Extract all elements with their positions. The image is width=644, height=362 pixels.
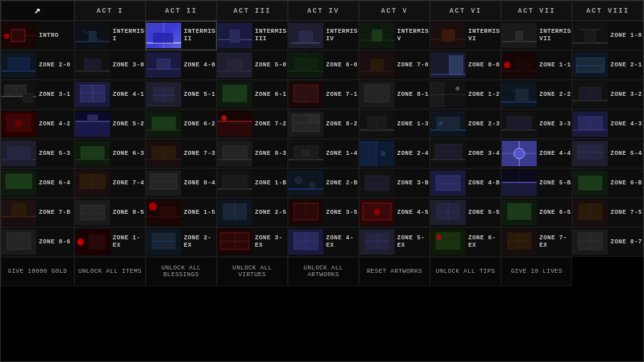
footer-give-gold[interactable]: GIVE 10000 GOLD: [1, 257, 74, 286]
zone-7b-act7[interactable]: ZONE 7-B: [1, 198, 74, 227]
zone-70-act7[interactable]: ZONE 7-0: [359, 50, 430, 80]
zone-55-act5[interactable]: ZONE 5-5: [430, 198, 501, 227]
zone-82-act8[interactable]: ZONE 8-2: [288, 109, 359, 139]
footer-unlock-items[interactable]: UNLOCK ALL ITEMS: [74, 257, 146, 286]
zone-45-act4[interactable]: ZONE 4-5: [359, 198, 430, 227]
zone-42-act4[interactable]: ZONE 4-2: [1, 109, 74, 139]
zone-60-act6[interactable]: ZONE 6-0: [288, 50, 359, 80]
zone-43-act4[interactable]: ZONE 4-3: [572, 109, 643, 139]
zone-85-act8[interactable]: ZONE 8-5: [74, 198, 146, 227]
zone-31-act3[interactable]: ZONE 3-1: [1, 80, 74, 109]
zone-71-act7[interactable]: ZONE 7-1: [288, 80, 359, 109]
act7-header: ACT VII: [501, 1, 572, 21]
svg-rect-20: [372, 29, 382, 42]
zone-13-act1[interactable]: ZONE 1-3: [359, 109, 430, 139]
zone-72-act7[interactable]: ZONE 7-2: [217, 109, 288, 139]
zone-intermission5-act6[interactable]: INTERMISSION V: [359, 21, 430, 50]
zone-24-act2[interactable]: ZONE 2-4: [359, 139, 430, 168]
zone-80-act8[interactable]: ZONE 8-0: [430, 50, 501, 80]
zone-83-act8[interactable]: ZONE 8-3: [217, 139, 288, 168]
zone-4b-act4[interactable]: ZONE 4-B: [430, 168, 501, 198]
zone-53-act5[interactable]: ZONE 5-3: [1, 139, 74, 168]
zone-3ex-act3[interactable]: ZONE 3-EX: [217, 227, 288, 257]
zone-33-act3[interactable]: ZONE 3-3: [501, 109, 572, 139]
zone-51-act5[interactable]: ZONE 5-1: [146, 80, 217, 109]
svg-rect-59: [515, 59, 532, 71]
zone-5ex-act5[interactable]: ZONE 5-EX: [359, 227, 430, 257]
zone-74-act7[interactable]: ZONE 7-4: [74, 168, 146, 198]
zone-22-act2[interactable]: ZONE 2-2: [501, 80, 572, 109]
svg-rect-127: [507, 117, 531, 130]
zone-34-act3[interactable]: ZONE 3-4: [430, 139, 501, 168]
zone-87-act8[interactable]: ZONE 8-7: [572, 227, 643, 257]
footer-reset-artworks[interactable]: RESET ARTWORKS: [359, 257, 430, 286]
svg-rect-14: [229, 29, 240, 43]
zone-10-act1[interactable]: ZONE 1-0: [572, 21, 643, 50]
zone-4ex-act4[interactable]: ZONE 4-EX: [288, 227, 359, 257]
zone-6ex-act6[interactable]: ZONE 6-EX: [430, 227, 501, 257]
zone-54-act5[interactable]: ZONE 5-4: [572, 139, 643, 168]
zone-30-act3[interactable]: ZONE 3-0: [74, 50, 146, 80]
zone-20-act2[interactable]: ZONE 2-0: [1, 50, 74, 80]
zone-40-act4[interactable]: ZONE 4-0: [146, 50, 217, 80]
zone-84-act8[interactable]: ZONE 8-4: [146, 168, 217, 198]
svg-rect-188: [365, 176, 389, 190]
zone-intermission6-act7[interactable]: INTERMISSION VI: [430, 21, 501, 50]
zone-75-act7[interactable]: ZONE 7-5: [572, 198, 643, 227]
svg-point-222: [374, 208, 380, 215]
svg-point-156: [380, 151, 386, 156]
zone-2ex-act2[interactable]: ZONE 2-EX: [146, 227, 217, 257]
zone-7ex-act7[interactable]: ZONE 7-EX: [501, 227, 572, 257]
zone-52-act5[interactable]: ZONE 5-2: [74, 109, 146, 139]
zone-35-act3[interactable]: ZONE 3-5: [288, 198, 359, 227]
footer-unlock-tips[interactable]: UNLOCK ALL TIPS: [430, 257, 501, 286]
zone-6b-act6[interactable]: ZONE 6-B: [572, 168, 643, 198]
zone-intermission3-act4[interactable]: INTERMISSION III: [217, 21, 288, 50]
zone-25-act2[interactable]: ZONE 2-5: [217, 198, 288, 227]
zone-32-act3[interactable]: ZONE 3-2: [572, 80, 643, 109]
zone-41-act4[interactable]: ZONE 4-1: [74, 80, 146, 109]
zone-81-act8[interactable]: ZONE 8-1: [359, 80, 430, 109]
zone-63-act6[interactable]: ZONE 6-3: [74, 139, 146, 168]
zone-intermission2-act3[interactable]: INTERMISSION II: [146, 21, 217, 50]
zone-86-act8[interactable]: ZONE 8-6: [1, 227, 74, 257]
zone-23-act2[interactable]: ZONE 2-3: [430, 109, 501, 139]
footer-unlock-artworks[interactable]: UNLOCK ALL ARTWORKS: [288, 257, 359, 286]
zone-21-act2[interactable]: ZONE 2-1: [572, 50, 643, 80]
svg-rect-182: [223, 176, 247, 189]
zone-2b-act2[interactable]: ZONE 2-B: [288, 168, 359, 198]
zone-15-act1[interactable]: ZONE 1-5: [146, 198, 217, 227]
svg-rect-178: [150, 174, 177, 189]
svg-rect-26: [515, 31, 523, 42]
zone-intermission1-act2[interactable]: INTERMISSION I: [74, 21, 146, 50]
zone-50-act5[interactable]: ZONE 5-0: [217, 50, 288, 80]
zone-65-act6[interactable]: ZONE 6-5: [501, 198, 572, 227]
zone-14-act1[interactable]: ZONE 1-4: [288, 139, 359, 168]
zone-5b-act5[interactable]: ZONE 5-B: [501, 168, 572, 198]
svg-point-88: [455, 86, 460, 90]
zone-3b-act3[interactable]: ZONE 3-B: [359, 168, 430, 198]
zone-73-act7[interactable]: ZONE 7-3: [146, 139, 217, 168]
svg-rect-195: [502, 182, 537, 196]
zone-intermission7-act8[interactable]: INTERMISSION VII: [501, 21, 572, 50]
footer-unlock-blessings[interactable]: UNLOCK ALL BLESSINGS: [146, 257, 217, 286]
footer-unlock-virtues[interactable]: UNLOCK ALL VIRTUES: [217, 257, 288, 286]
svg-point-3: [4, 34, 9, 39]
zone-11-act1[interactable]: ZONE 1-1: [501, 50, 572, 80]
svg-rect-2: [11, 29, 25, 42]
svg-rect-183: [288, 170, 323, 196]
footer-give-lives[interactable]: GIVE 10 LIVES: [501, 257, 572, 286]
zone-intermission4-act5[interactable]: INTERMISSION IV: [288, 21, 359, 50]
zone-12-act1[interactable]: ZONE 1-2: [430, 80, 501, 109]
zone-1ex-act1[interactable]: ZONE 1-EX: [74, 227, 146, 257]
zone-44-act4[interactable]: ZONE 4-4: [501, 139, 572, 168]
zone-intro-act1[interactable]: INTRO: [1, 21, 74, 50]
svg-point-238: [77, 239, 84, 245]
svg-rect-61: [576, 58, 604, 72]
zone-1b-act1[interactable]: ZONE 1-B: [217, 168, 288, 198]
zone-62-act6[interactable]: ZONE 6-2: [146, 109, 217, 139]
zone-61-act6[interactable]: ZONE 6-1: [217, 80, 288, 109]
svg-rect-92: [515, 88, 529, 102]
zone-64-act6[interactable]: ZONE 6-4: [1, 168, 74, 198]
svg-rect-109: [217, 121, 252, 137]
